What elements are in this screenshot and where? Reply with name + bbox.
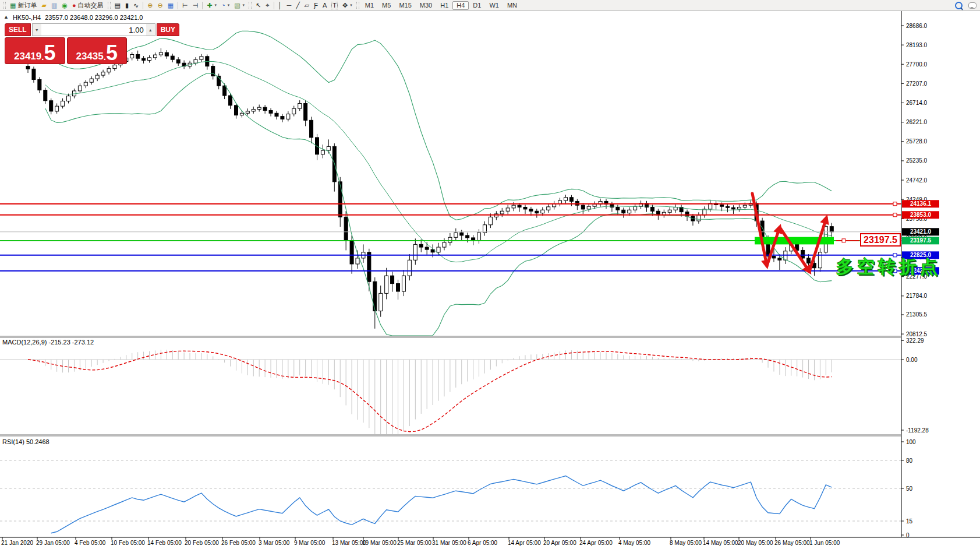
toolbar-grip[interactable]	[108, 2, 111, 9]
periods-button[interactable]: ◔▾	[219, 1, 232, 10]
symbol-name: HK50-,H4	[13, 14, 41, 21]
trend-arrow[interactable]	[809, 218, 826, 272]
terminal-button[interactable]: ▥	[49, 1, 59, 10]
timeframe-button-m5[interactable]: M5	[378, 1, 395, 10]
sell-price-big: 5	[44, 45, 55, 61]
volume-up-button[interactable]: ▲	[146, 24, 155, 36]
svg-text:27700.0: 27700.0	[906, 61, 928, 68]
buy-price-display[interactable]: 23435.5	[67, 37, 128, 64]
zoom-out-button[interactable]: ⊖	[155, 1, 165, 10]
volume-down-button[interactable]: ▼	[33, 24, 41, 36]
text-tool-button[interactable]: A	[320, 1, 329, 10]
sell-price-main: 23419	[14, 51, 41, 61]
timeframe-button-mn[interactable]: MN	[503, 1, 521, 10]
toolbar-grip[interactable]	[356, 2, 359, 9]
autoscroll-button[interactable]: ⊢	[180, 1, 190, 10]
buy-price-big: 5	[106, 45, 118, 61]
svg-text:100: 100	[906, 439, 916, 445]
svg-text:15: 15	[906, 518, 913, 525]
chat-icon[interactable]	[968, 2, 977, 9]
chart-shift-button[interactable]: ⊣	[190, 1, 201, 10]
template-icon: ▧	[234, 2, 240, 9]
crosshair-button[interactable]: ⌖	[263, 1, 271, 10]
trend-arrow[interactable]	[780, 227, 809, 272]
timeframe-button-m30[interactable]: M30	[416, 1, 436, 10]
macd-panel	[0, 350, 901, 434]
arrows-tool-icon: ✥	[342, 2, 348, 9]
buy-button[interactable]: BUY	[157, 23, 179, 36]
text-label-tool-button[interactable]: T	[329, 1, 340, 10]
svg-text:21784.0: 21784.0	[906, 293, 928, 299]
price-tag-label[interactable]: 23197.5	[860, 233, 901, 247]
tile-windows-button[interactable]: ▦	[165, 1, 176, 10]
search-icon[interactable]	[955, 2, 963, 9]
timeframe-button-h4[interactable]: H4	[452, 1, 469, 10]
arrows-tool-button[interactable]: ✥▾	[340, 1, 355, 10]
hline-handle[interactable]	[893, 202, 897, 206]
hline-tool-button[interactable]: ─	[284, 1, 293, 10]
dropdown-caret-icon: ▾	[350, 3, 352, 8]
symbol-ohlc: 23557.0 23648.0 23296.0 23421.0	[45, 14, 143, 21]
toolbar-grip[interactable]	[3, 2, 6, 9]
timeframe-button-m15[interactable]: M15	[395, 1, 415, 10]
svg-text:25235.0: 25235.0	[906, 157, 928, 164]
fibonacci-tool-button[interactable]: Ƒ	[312, 1, 320, 10]
separator	[274, 2, 274, 9]
svg-text:19 Mar 05:00: 19 Mar 05:00	[362, 540, 397, 546]
svg-text:24136.1: 24136.1	[910, 200, 932, 207]
svg-text:21 Jan 2020: 21 Jan 2020	[1, 540, 33, 546]
svg-text:29 Jan 05:00: 29 Jan 05:00	[36, 540, 70, 546]
svg-text:27207.0: 27207.0	[906, 80, 928, 87]
toolbar-grip[interactable]	[249, 2, 252, 9]
sell-price-display[interactable]: 23419.5	[5, 37, 65, 64]
line-chart-button[interactable]: ∿	[131, 1, 141, 10]
cursor-button[interactable]: ↖	[253, 1, 263, 10]
indicators-button[interactable]: ✚▾	[204, 1, 219, 10]
autotrade-icon: ●	[72, 2, 76, 9]
timeframe-button-d1[interactable]: D1	[469, 1, 485, 10]
sell-button[interactable]: SELL	[5, 23, 31, 36]
collapse-icon[interactable]: ▲	[3, 14, 9, 21]
price-chart[interactable]: 28686.028193.027700.027207.026714.026221…	[0, 0, 980, 549]
svg-text:14 Feb 05:00: 14 Feb 05:00	[147, 540, 182, 546]
channel-tool-button[interactable]: ▱	[302, 1, 312, 10]
svg-text:0: 0	[906, 532, 910, 539]
svg-text:25 Mar 05:00: 25 Mar 05:00	[397, 540, 431, 546]
svg-text:14 Apr 05:00: 14 Apr 05:00	[508, 540, 541, 546]
crosshair-icon: ⌖	[266, 2, 269, 9]
vline-tool-button[interactable]: │	[276, 1, 285, 10]
market-watch-button[interactable]: ▰	[39, 1, 48, 10]
dropdown-caret-icon: ▾	[243, 3, 245, 8]
svg-text:28686.0: 28686.0	[906, 23, 928, 29]
new-order-button[interactable]: ▦ 新订单	[8, 1, 39, 10]
tile-windows-icon: ▦	[168, 2, 174, 9]
zoom-in-button[interactable]: ⊕	[145, 1, 155, 10]
volume-input[interactable]	[41, 24, 146, 36]
one-click-trading-panel: SELL ▼ ▲ BUY 23419.5 23435.5	[5, 23, 127, 64]
svg-text:23197.5: 23197.5	[910, 237, 932, 244]
svg-text:4 Feb 05:00: 4 Feb 05:00	[75, 540, 106, 546]
green-zone-rect[interactable]	[755, 237, 834, 245]
cn-annotation-text[interactable]: 多空转折点	[836, 255, 941, 279]
rsi-indicator-label: RSI(14) 50.2468	[2, 438, 49, 445]
svg-text:26 May 05:00: 26 May 05:00	[774, 540, 810, 546]
svg-text:26 Feb 05:00: 26 Feb 05:00	[221, 540, 256, 546]
indicators-icon: ✚	[207, 2, 212, 9]
bar-chart-button[interactable]: ▤	[112, 1, 123, 10]
trendline-tool-button[interactable]: ╱	[293, 1, 302, 10]
timeframe-button-h1[interactable]: H1	[436, 1, 452, 10]
signals-button[interactable]: ◉	[59, 1, 70, 10]
timeframe-button-w1[interactable]: W1	[485, 1, 503, 10]
svg-text:20812.5: 20812.5	[906, 331, 928, 337]
timeframe-button-m1[interactable]: M1	[361, 1, 378, 10]
svg-text:31 Mar 05:00: 31 Mar 05:00	[432, 540, 466, 546]
autotrade-button[interactable]: ● 自动交易	[70, 1, 106, 10]
hline-handle[interactable]	[893, 213, 897, 217]
svg-text:24742.0: 24742.0	[906, 177, 928, 184]
svg-text:26221.0: 26221.0	[906, 119, 928, 125]
svg-text:6 Apr 05:00: 6 Apr 05:00	[468, 540, 498, 546]
svg-text:28193.0: 28193.0	[906, 42, 928, 48]
candle-chart-button[interactable]: ▮	[123, 1, 131, 10]
templates-button[interactable]: ▧▾	[232, 1, 247, 10]
svg-text:20 Apr 05:00: 20 Apr 05:00	[543, 540, 576, 546]
